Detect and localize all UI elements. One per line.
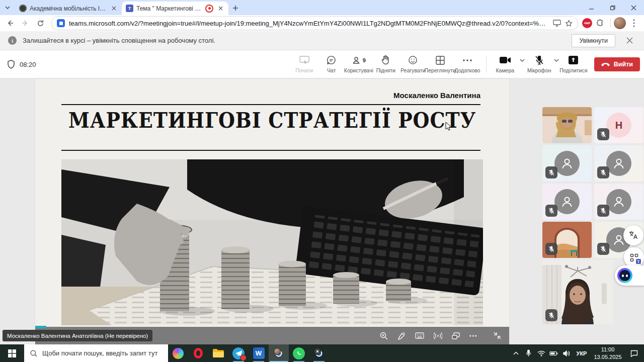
mouse-cursor bbox=[445, 122, 452, 131]
action-center-icon[interactable] bbox=[625, 350, 643, 357]
exit-fullscreen-icon[interactable] bbox=[494, 332, 501, 339]
copilot-icon bbox=[173, 348, 184, 359]
new-tab-icon[interactable] bbox=[228, 1, 243, 15]
camera-chevron-icon[interactable] bbox=[519, 59, 526, 62]
participant-background-tile[interactable] bbox=[542, 222, 592, 258]
participant-avatar-tile[interactable] bbox=[542, 184, 592, 220]
chrome-x-badge bbox=[314, 348, 321, 355]
participant-initial: Н bbox=[606, 113, 631, 138]
overlay-more-icon[interactable] bbox=[469, 335, 477, 337]
view-button[interactable]: Переглянути bbox=[427, 55, 454, 73]
taskbar-word[interactable]: W bbox=[249, 344, 269, 362]
tray-battery-icon[interactable] bbox=[547, 351, 560, 356]
zoom-in-icon[interactable] bbox=[380, 332, 388, 340]
taskbar-chrome-secondary[interactable] bbox=[309, 344, 329, 362]
person-avatar-icon bbox=[554, 151, 580, 176]
participants-button[interactable]: 9 Користувачі bbox=[345, 55, 372, 73]
tab-teams-meeting[interactable]: T Тема " Маркетингові страт bbox=[122, 2, 228, 15]
translate-widget-button[interactable] bbox=[623, 225, 643, 245]
live-share-icon[interactable] bbox=[434, 332, 442, 339]
forward-icon[interactable] bbox=[18, 16, 32, 30]
profile-avatar[interactable] bbox=[614, 17, 626, 29]
site-favicon bbox=[19, 5, 27, 12]
apps-widget-button[interactable]: T bbox=[624, 247, 644, 267]
chat-button[interactable]: Чат bbox=[318, 55, 345, 73]
mic-muted-badge-icon bbox=[545, 243, 557, 255]
keyboard-language[interactable]: УКР bbox=[573, 350, 591, 356]
banner-close-icon[interactable] bbox=[626, 37, 633, 44]
taskbar-chrome-active[interactable] bbox=[269, 344, 289, 362]
share-accent-strip bbox=[35, 326, 46, 328]
participant-video-tile-large[interactable] bbox=[542, 260, 613, 324]
mic-muted-badge-icon bbox=[545, 166, 557, 178]
cast-icon[interactable] bbox=[553, 20, 561, 27]
start-button[interactable] bbox=[0, 344, 24, 362]
mic-muted-badge-icon bbox=[597, 205, 609, 217]
window-controls bbox=[581, 0, 644, 15]
participant-avatar-tile[interactable] bbox=[542, 145, 592, 182]
tray-chevron-icon[interactable] bbox=[510, 351, 522, 355]
camera-icon bbox=[500, 55, 511, 65]
camera-button[interactable]: Камера bbox=[492, 55, 519, 73]
pop-out-icon[interactable] bbox=[452, 332, 460, 339]
presenter-name-label: Москаленко Валентина Анатоліївна (Не пер… bbox=[3, 330, 152, 341]
participant-avatar-tile[interactable] bbox=[594, 145, 643, 182]
meeting-buttons: Почати Чат 9 Користувачі Підняти bbox=[291, 50, 640, 78]
back-icon[interactable] bbox=[3, 16, 17, 30]
assistant-widget-button[interactable] bbox=[615, 265, 644, 286]
reload-icon[interactable] bbox=[33, 16, 47, 30]
extensions-puzzle-icon[interactable] bbox=[593, 16, 607, 30]
bookmark-star-icon[interactable] bbox=[565, 20, 573, 27]
search-icon bbox=[30, 350, 37, 357]
recording-indicator-icon bbox=[205, 5, 213, 13]
keyboard-icon[interactable] bbox=[415, 332, 424, 339]
more-options-button[interactable]: Додатково bbox=[454, 55, 481, 73]
person-avatar-icon bbox=[606, 151, 631, 176]
toolbar-divider bbox=[486, 56, 487, 73]
start-share-button[interactable]: Почати bbox=[291, 55, 318, 73]
address-bar[interactable]: teams.microsoft.com/v2/?meetingjoin=true… bbox=[51, 16, 578, 30]
adblock-extension-icon[interactable]: ABP bbox=[582, 18, 592, 28]
chrome-profile-avatar bbox=[274, 348, 281, 355]
maximize-icon[interactable] bbox=[602, 0, 623, 15]
taskbar-explorer[interactable] bbox=[208, 344, 228, 362]
share-button[interactable]: Поділитися bbox=[560, 55, 587, 73]
taskbar-telegram[interactable] bbox=[228, 344, 249, 362]
browser-tab-strip: Академічна мобільність ІФНТ T Тема " Мар… bbox=[0, 0, 644, 15]
tab-search-icon[interactable] bbox=[0, 0, 15, 15]
laser-pointer-icon[interactable] bbox=[397, 332, 406, 340]
taskbar-opera[interactable] bbox=[188, 344, 208, 362]
participant-count-badge: 9 bbox=[363, 57, 366, 63]
tab-academic-mobility[interactable]: Академічна мобільність ІФНТ bbox=[15, 2, 122, 15]
participants-icon bbox=[352, 56, 362, 65]
react-button[interactable]: Реагувати bbox=[399, 55, 427, 73]
tab-title: Академічна мобільність ІФНТ bbox=[30, 5, 107, 12]
browser-menu-icon[interactable] bbox=[627, 16, 641, 30]
close-tab-icon[interactable] bbox=[216, 5, 224, 13]
close-window-icon[interactable] bbox=[623, 0, 644, 15]
shield-icon bbox=[7, 60, 15, 69]
mic-chevron-icon[interactable] bbox=[553, 59, 560, 62]
taskbar-copilot[interactable] bbox=[168, 344, 188, 362]
tray-speaker-icon[interactable] bbox=[560, 350, 573, 356]
translate-icon bbox=[628, 230, 638, 240]
tray-mic-icon[interactable] bbox=[522, 349, 535, 357]
meeting-stage: Москаленко Валентина МАРКЕТИНГОВІ СТРАТЕ… bbox=[0, 78, 644, 344]
mic-button[interactable]: Мікрофон bbox=[526, 55, 553, 73]
taskbar-clock[interactable]: 11:00 13.05.2025 bbox=[591, 346, 625, 360]
minimize-icon[interactable] bbox=[581, 0, 602, 15]
participant-avatar-tile[interactable] bbox=[594, 184, 643, 220]
enable-notifications-button[interactable]: Увімкнути bbox=[572, 34, 615, 47]
participant-video-tile[interactable] bbox=[542, 107, 592, 143]
site-icon bbox=[57, 19, 65, 27]
raise-hand-button[interactable]: Підняти bbox=[372, 55, 399, 73]
participant-initial-tile[interactable]: Н bbox=[594, 107, 643, 143]
leave-button[interactable]: Вийти bbox=[594, 57, 640, 71]
share-screen-icon bbox=[299, 55, 309, 65]
taskbar-search[interactable]: Щоби почати пошук, введіть запит тут bbox=[24, 344, 168, 362]
mic-muted-badge-icon bbox=[545, 205, 557, 217]
tray-wifi-icon[interactable] bbox=[535, 350, 547, 356]
taskbar-whatsapp[interactable] bbox=[289, 344, 309, 362]
url-text[interactable]: teams.microsoft.com/v2/?meetingjoin=true… bbox=[69, 20, 549, 27]
close-tab-icon[interactable] bbox=[110, 5, 118, 13]
